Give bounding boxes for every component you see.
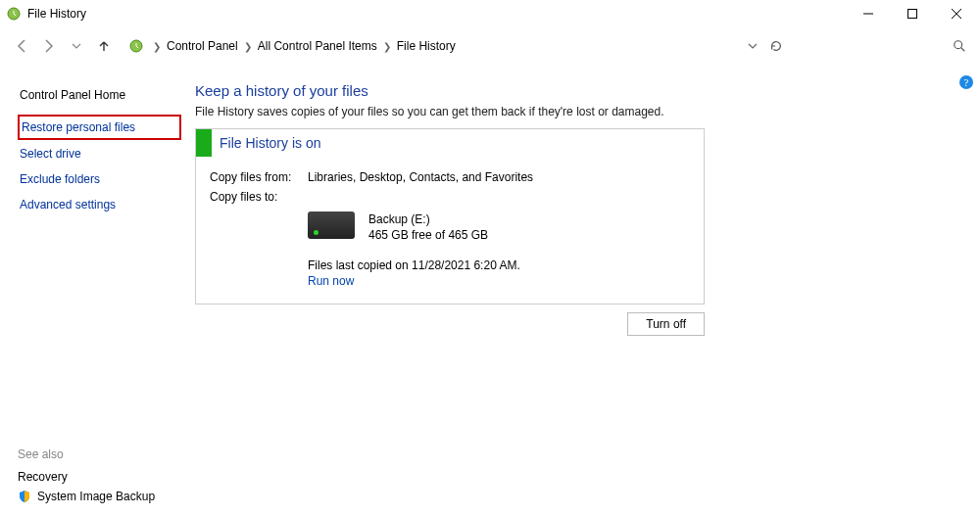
file-history-icon <box>6 6 22 22</box>
back-button[interactable] <box>8 32 35 60</box>
copy-from-value: Libraries, Desktop, Contacts, and Favori… <box>308 170 533 184</box>
shield-icon <box>18 490 31 503</box>
drive-name: Backup (E:) <box>368 211 488 227</box>
copy-to-label: Copy files to: <box>210 190 308 204</box>
status-indicator-icon <box>196 129 212 157</box>
advanced-settings-link[interactable]: Advanced settings <box>18 192 181 217</box>
chevron-right-icon: ❯ <box>379 41 395 52</box>
recovery-link[interactable]: Recovery <box>18 467 181 487</box>
run-now-link[interactable]: Run now <box>308 274 690 288</box>
status-title: File History is on <box>212 135 320 151</box>
see-also-label: System Image Backup <box>37 490 155 503</box>
address-dropdown[interactable] <box>741 34 764 58</box>
restore-personal-files-link[interactable]: Restore personal files <box>18 115 181 140</box>
search-icon <box>953 39 966 53</box>
close-button[interactable] <box>934 0 978 27</box>
navbar: ❯ Control Panel ❯ All Control Panel Item… <box>0 27 980 65</box>
address-bar[interactable]: ❯ Control Panel ❯ All Control Panel Item… <box>123 33 792 59</box>
window-title: File History <box>27 7 86 21</box>
recent-dropdown[interactable] <box>63 32 90 60</box>
up-button[interactable] <box>90 32 118 60</box>
chevron-right-icon: ❯ <box>149 41 165 52</box>
forward-button[interactable] <box>35 32 63 60</box>
exclude-folders-link[interactable]: Exclude folders <box>18 166 181 192</box>
sidebar: Control Panel Home Restore personal file… <box>0 65 191 516</box>
address-icon <box>127 37 145 55</box>
drive-free-space: 465 GB free of 465 GB <box>368 227 488 243</box>
refresh-button[interactable] <box>764 34 788 58</box>
main-content: Keep a history of your files File Histor… <box>191 65 980 516</box>
search-input[interactable] <box>798 33 972 59</box>
copy-from-label: Copy files from: <box>210 170 308 184</box>
last-copied-text: Files last copied on 11/28/2021 6:20 AM. <box>308 258 690 272</box>
status-panel: File History is on Copy files from: Libr… <box>195 128 705 305</box>
svg-point-3 <box>955 41 962 49</box>
see-also-label: Recovery <box>18 470 68 484</box>
select-drive-link[interactable]: Select drive <box>18 141 181 166</box>
breadcrumb-item[interactable]: Control Panel <box>165 39 240 53</box>
drive-icon <box>308 211 355 239</box>
turn-off-button[interactable]: Turn off <box>627 312 705 336</box>
maximize-button[interactable] <box>890 0 934 27</box>
breadcrumb-item[interactable]: All Control Panel Items <box>256 39 379 53</box>
page-description: File History saves copies of your files … <box>195 105 953 118</box>
breadcrumb-item[interactable]: File History <box>395 39 458 53</box>
chevron-right-icon: ❯ <box>240 41 256 52</box>
minimize-button[interactable] <box>846 0 890 27</box>
control-panel-home-link[interactable]: Control Panel Home <box>18 82 181 108</box>
titlebar: File History <box>0 0 980 27</box>
svg-rect-1 <box>907 10 916 19</box>
page-title: Keep a history of your files <box>195 82 953 99</box>
see-also-header: See also <box>18 447 181 461</box>
system-image-backup-link[interactable]: System Image Backup <box>18 487 181 506</box>
